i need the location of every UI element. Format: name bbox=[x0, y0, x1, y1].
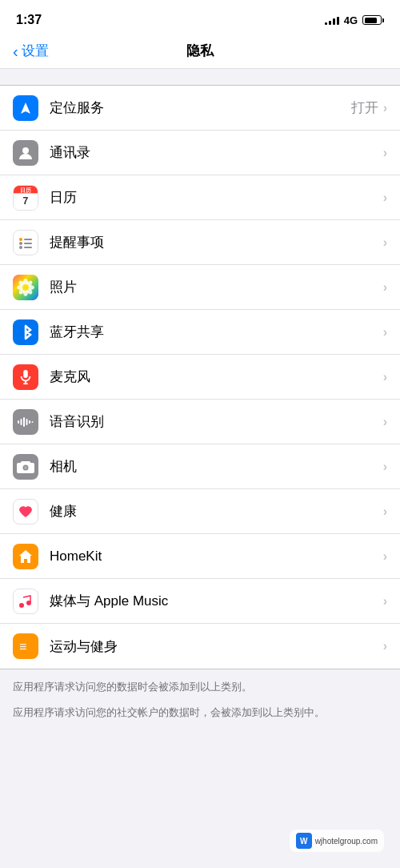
svg-rect-6 bbox=[24, 239, 32, 240]
music-label: 媒体与 Apple Music bbox=[50, 592, 383, 610]
svg-point-0 bbox=[22, 147, 29, 154]
status-bar: 1:37 4G bbox=[0, 0, 400, 35]
svg-text:≡: ≡ bbox=[19, 640, 26, 653]
list-item-microphone[interactable]: 麦克风 › bbox=[0, 355, 400, 400]
bluetooth-chevron-icon: › bbox=[383, 325, 387, 340]
back-chevron-icon: ‹ bbox=[13, 43, 18, 59]
page-title: 隐私 bbox=[186, 42, 214, 60]
health-icon bbox=[13, 499, 38, 524]
fitness-chevron-icon: › bbox=[383, 639, 387, 653]
battery-icon bbox=[362, 15, 384, 25]
svg-text:日历: 日历 bbox=[20, 187, 31, 192]
photos-label: 照片 bbox=[50, 278, 383, 296]
photos-chevron-icon: › bbox=[383, 280, 387, 295]
svg-rect-26 bbox=[23, 417, 25, 427]
music-icon bbox=[13, 589, 38, 614]
contacts-icon bbox=[13, 140, 38, 166]
svg-rect-25 bbox=[21, 419, 22, 425]
status-time: 1:37 bbox=[16, 13, 42, 27]
svg-point-9 bbox=[19, 246, 22, 249]
svg-rect-8 bbox=[24, 243, 32, 244]
signal-bars-icon bbox=[325, 15, 339, 25]
list-item-contacts[interactable]: 通讯录 › bbox=[0, 131, 400, 175]
back-label: 设置 bbox=[22, 42, 49, 60]
contacts-label: 通讯录 bbox=[50, 143, 383, 162]
svg-point-31 bbox=[24, 466, 27, 469]
svg-rect-10 bbox=[24, 247, 32, 248]
microphone-icon bbox=[13, 364, 38, 390]
bluetooth-icon bbox=[13, 319, 38, 345]
svg-rect-21 bbox=[23, 369, 27, 377]
list-item-music[interactable]: 媒体与 Apple Music › bbox=[0, 579, 400, 624]
svg-rect-27 bbox=[26, 419, 28, 425]
list-item-photos[interactable]: 照片 › bbox=[0, 265, 400, 310]
homekit-icon bbox=[13, 544, 38, 569]
camera-label: 相机 bbox=[50, 457, 383, 476]
health-chevron-icon: › bbox=[383, 504, 387, 519]
location-chevron-icon: › bbox=[383, 101, 387, 115]
photos-icon bbox=[13, 275, 38, 300]
status-icons: 4G bbox=[325, 14, 384, 26]
camera-chevron-icon: › bbox=[383, 460, 387, 474]
list-item-homekit[interactable]: HomeKit › bbox=[0, 534, 400, 579]
watermark: W wjhotelgroup.com bbox=[290, 830, 384, 852]
svg-point-20 bbox=[22, 284, 29, 291]
microphone-label: 麦克风 bbox=[50, 368, 383, 386]
bluetooth-label: 蓝牙共享 bbox=[50, 323, 383, 341]
svg-point-7 bbox=[19, 242, 22, 245]
homekit-label: HomeKit bbox=[50, 549, 383, 565]
footer-text-1: 应用程序请求访问您的数据时会被添加到以上类别。 bbox=[0, 669, 400, 705]
speech-icon bbox=[13, 409, 38, 435]
list-item-camera[interactable]: 相机 › bbox=[0, 444, 400, 489]
watermark-text: wjhotelgroup.com bbox=[315, 837, 378, 846]
svg-point-32 bbox=[19, 603, 24, 608]
speech-chevron-icon: › bbox=[383, 415, 387, 429]
privacy-list: 定位服务 打开 › 通讯录 › 日历 7 日历 › bbox=[0, 85, 400, 669]
list-item-calendar[interactable]: 日历 7 日历 › bbox=[0, 175, 400, 220]
list-item-fitness[interactable]: ≡ 运动与健身 › bbox=[0, 624, 400, 669]
microphone-chevron-icon: › bbox=[383, 370, 387, 384]
nav-bar: ‹ 设置 隐私 bbox=[0, 35, 400, 69]
camera-icon bbox=[13, 454, 38, 480]
watermark-logo: W bbox=[296, 833, 312, 849]
list-item-health[interactable]: 健康 › bbox=[0, 489, 400, 534]
svg-text:7: 7 bbox=[23, 195, 29, 206]
health-label: 健康 bbox=[50, 502, 383, 520]
network-type: 4G bbox=[344, 14, 358, 26]
reminders-label: 提醒事项 bbox=[50, 233, 383, 251]
list-item-speech[interactable]: 语音识别 › bbox=[0, 400, 400, 444]
svg-rect-24 bbox=[18, 420, 19, 424]
svg-point-5 bbox=[19, 238, 22, 241]
fitness-label: 运动与健身 bbox=[50, 637, 383, 656]
reminders-icon bbox=[13, 230, 38, 255]
calendar-icon: 日历 7 bbox=[13, 185, 38, 211]
reminders-chevron-icon: › bbox=[383, 235, 387, 250]
location-label: 定位服务 bbox=[50, 98, 351, 117]
list-item-reminders[interactable]: 提醒事项 › bbox=[0, 220, 400, 265]
homekit-chevron-icon: › bbox=[383, 549, 387, 564]
list-item-bluetooth[interactable]: 蓝牙共享 › bbox=[0, 310, 400, 355]
back-button[interactable]: ‹ 设置 bbox=[13, 42, 49, 60]
list-item-location[interactable]: 定位服务 打开 › bbox=[0, 86, 400, 131]
music-chevron-icon: › bbox=[383, 594, 387, 609]
contacts-chevron-icon: › bbox=[383, 146, 387, 160]
speech-label: 语音识别 bbox=[50, 412, 383, 431]
location-icon bbox=[13, 95, 38, 121]
location-value: 打开 bbox=[351, 98, 378, 117]
fitness-icon: ≡ bbox=[13, 633, 38, 659]
svg-point-33 bbox=[26, 601, 31, 605]
svg-rect-29 bbox=[32, 421, 34, 423]
svg-rect-28 bbox=[29, 420, 30, 424]
footer-text-2: 应用程序请求访问您的社交帐户的数据时，会被添加到以上类别中。 bbox=[0, 705, 400, 730]
calendar-chevron-icon: › bbox=[383, 191, 387, 205]
calendar-label: 日历 bbox=[50, 188, 383, 207]
